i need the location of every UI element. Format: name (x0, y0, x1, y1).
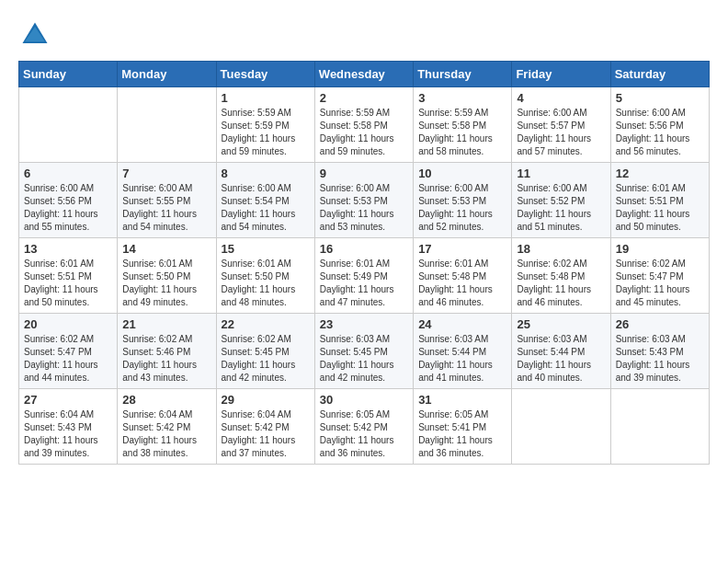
day-info: Sunrise: 6:02 AM Sunset: 5:47 PM Dayligh… (24, 333, 112, 385)
day-number: 10 (418, 167, 506, 180)
day-info: Sunrise: 5:59 AM Sunset: 5:58 PM Dayligh… (320, 107, 408, 158)
day-info: Sunrise: 6:02 AM Sunset: 5:47 PM Dayligh… (616, 258, 704, 309)
calendar-cell: 14Sunrise: 6:01 AM Sunset: 5:50 PM Dayli… (118, 238, 216, 314)
week-row-5: 27Sunrise: 6:04 AM Sunset: 5:43 PM Dayli… (19, 389, 710, 465)
calendar-cell: 7Sunrise: 6:00 AM Sunset: 5:55 PM Daylig… (118, 163, 216, 238)
calendar-cell: 11Sunrise: 6:00 AM Sunset: 5:52 PM Dayli… (512, 163, 610, 238)
day-number: 13 (24, 242, 112, 256)
header (18, 18, 710, 52)
calendar-cell: 19Sunrise: 6:02 AM Sunset: 5:47 PM Dayli… (610, 238, 709, 314)
day-info: Sunrise: 6:04 AM Sunset: 5:42 PM Dayligh… (122, 408, 210, 460)
day-number: 27 (24, 393, 112, 407)
day-info: Sunrise: 6:05 AM Sunset: 5:41 PM Dayligh… (418, 408, 506, 460)
calendar-cell: 22Sunrise: 6:02 AM Sunset: 5:45 PM Dayli… (216, 314, 314, 389)
day-info: Sunrise: 6:03 AM Sunset: 5:44 PM Dayligh… (517, 333, 605, 385)
day-number: 26 (616, 317, 704, 331)
calendar-cell: 2Sunrise: 5:59 AM Sunset: 5:58 PM Daylig… (314, 87, 413, 163)
day-info: Sunrise: 6:04 AM Sunset: 5:42 PM Dayligh… (222, 408, 310, 460)
day-number: 3 (418, 91, 506, 105)
day-info: Sunrise: 6:01 AM Sunset: 5:50 PM Dayligh… (222, 258, 310, 309)
day-info: Sunrise: 6:02 AM Sunset: 5:46 PM Dayligh… (122, 333, 210, 385)
calendar-cell: 21Sunrise: 6:02 AM Sunset: 5:46 PM Dayli… (118, 314, 216, 389)
day-info: Sunrise: 6:00 AM Sunset: 5:53 PM Dayligh… (320, 182, 408, 234)
calendar-cell: 8Sunrise: 6:00 AM Sunset: 5:54 PM Daylig… (216, 163, 314, 238)
day-info: Sunrise: 6:01 AM Sunset: 5:48 PM Dayligh… (418, 258, 506, 309)
day-info: Sunrise: 6:00 AM Sunset: 5:57 PM Dayligh… (517, 107, 605, 158)
calendar-cell: 20Sunrise: 6:02 AM Sunset: 5:47 PM Dayli… (19, 314, 118, 389)
calendar-cell (512, 389, 610, 465)
day-number: 30 (320, 393, 408, 407)
day-number: 9 (320, 167, 408, 180)
day-number: 4 (517, 91, 605, 105)
calendar-table: SundayMondayTuesdayWednesdayThursdayFrid… (18, 61, 710, 465)
day-info: Sunrise: 6:03 AM Sunset: 5:44 PM Dayligh… (418, 333, 506, 385)
day-number: 31 (418, 393, 506, 407)
logo-icon (18, 18, 51, 52)
day-info: Sunrise: 6:03 AM Sunset: 5:45 PM Dayligh… (320, 333, 408, 385)
day-info: Sunrise: 6:01 AM Sunset: 5:51 PM Dayligh… (616, 182, 704, 234)
calendar-cell: 17Sunrise: 6:01 AM Sunset: 5:48 PM Dayli… (414, 238, 512, 314)
weekday-header-thursday: Thursday (414, 62, 512, 87)
day-number: 16 (320, 242, 408, 256)
day-number: 2 (320, 91, 408, 105)
day-number: 18 (517, 242, 605, 256)
day-info: Sunrise: 6:04 AM Sunset: 5:43 PM Dayligh… (24, 408, 112, 460)
day-info: Sunrise: 6:00 AM Sunset: 5:55 PM Dayligh… (122, 182, 210, 234)
calendar-cell (610, 389, 709, 465)
day-info: Sunrise: 6:00 AM Sunset: 5:54 PM Dayligh… (222, 182, 310, 234)
day-number: 22 (222, 317, 310, 331)
calendar-cell: 24Sunrise: 6:03 AM Sunset: 5:44 PM Dayli… (414, 314, 512, 389)
day-number: 15 (222, 242, 310, 256)
calendar-cell: 28Sunrise: 6:04 AM Sunset: 5:42 PM Dayli… (118, 389, 216, 465)
calendar-cell: 18Sunrise: 6:02 AM Sunset: 5:48 PM Dayli… (512, 238, 610, 314)
day-info: Sunrise: 5:59 AM Sunset: 5:58 PM Dayligh… (418, 107, 506, 158)
calendar-cell: 12Sunrise: 6:01 AM Sunset: 5:51 PM Dayli… (610, 163, 709, 238)
week-row-4: 20Sunrise: 6:02 AM Sunset: 5:47 PM Dayli… (19, 314, 710, 389)
day-number: 11 (517, 167, 605, 180)
calendar-cell: 13Sunrise: 6:01 AM Sunset: 5:51 PM Dayli… (19, 238, 118, 314)
calendar-cell: 23Sunrise: 6:03 AM Sunset: 5:45 PM Dayli… (314, 314, 413, 389)
calendar-cell: 3Sunrise: 5:59 AM Sunset: 5:58 PM Daylig… (414, 87, 512, 163)
calendar-cell: 1Sunrise: 5:59 AM Sunset: 5:59 PM Daylig… (216, 87, 314, 163)
day-number: 7 (122, 167, 210, 180)
day-number: 23 (320, 317, 408, 331)
day-number: 6 (24, 167, 112, 180)
day-number: 28 (122, 393, 210, 407)
calendar-cell: 9Sunrise: 6:00 AM Sunset: 5:53 PM Daylig… (314, 163, 413, 238)
calendar-cell: 27Sunrise: 6:04 AM Sunset: 5:43 PM Dayli… (19, 389, 118, 465)
calendar-cell (19, 87, 118, 163)
day-info: Sunrise: 6:02 AM Sunset: 5:48 PM Dayligh… (517, 258, 605, 309)
day-number: 8 (222, 167, 310, 180)
day-info: Sunrise: 6:00 AM Sunset: 5:56 PM Dayligh… (616, 107, 704, 158)
week-row-3: 13Sunrise: 6:01 AM Sunset: 5:51 PM Dayli… (19, 238, 710, 314)
day-number: 29 (222, 393, 310, 407)
day-info: Sunrise: 6:01 AM Sunset: 5:50 PM Dayligh… (122, 258, 210, 309)
calendar-cell: 29Sunrise: 6:04 AM Sunset: 5:42 PM Dayli… (216, 389, 314, 465)
calendar-cell: 4Sunrise: 6:00 AM Sunset: 5:57 PM Daylig… (512, 87, 610, 163)
calendar-cell: 31Sunrise: 6:05 AM Sunset: 5:41 PM Dayli… (414, 389, 512, 465)
day-info: Sunrise: 6:00 AM Sunset: 5:53 PM Dayligh… (418, 182, 506, 234)
day-number: 14 (122, 242, 210, 256)
weekday-header-monday: Monday (118, 62, 216, 87)
logo (18, 18, 55, 52)
day-info: Sunrise: 6:00 AM Sunset: 5:52 PM Dayligh… (517, 182, 605, 234)
week-row-2: 6Sunrise: 6:00 AM Sunset: 5:56 PM Daylig… (19, 163, 710, 238)
day-number: 21 (122, 317, 210, 331)
calendar-cell (118, 87, 216, 163)
day-number: 17 (418, 242, 506, 256)
day-number: 19 (616, 242, 704, 256)
day-number: 1 (222, 91, 310, 105)
weekday-header-friday: Friday (512, 62, 610, 87)
calendar-cell: 26Sunrise: 6:03 AM Sunset: 5:43 PM Dayli… (610, 314, 709, 389)
day-info: Sunrise: 6:03 AM Sunset: 5:43 PM Dayligh… (616, 333, 704, 385)
calendar-cell: 5Sunrise: 6:00 AM Sunset: 5:56 PM Daylig… (610, 87, 709, 163)
calendar-cell: 6Sunrise: 6:00 AM Sunset: 5:56 PM Daylig… (19, 163, 118, 238)
week-row-1: 1Sunrise: 5:59 AM Sunset: 5:59 PM Daylig… (19, 87, 710, 163)
calendar-cell: 15Sunrise: 6:01 AM Sunset: 5:50 PM Dayli… (216, 238, 314, 314)
day-info: Sunrise: 5:59 AM Sunset: 5:59 PM Dayligh… (222, 107, 310, 158)
day-info: Sunrise: 6:02 AM Sunset: 5:45 PM Dayligh… (222, 333, 310, 385)
day-number: 5 (616, 91, 704, 105)
day-number: 24 (418, 317, 506, 331)
day-number: 12 (616, 167, 704, 180)
weekday-header-sunday: Sunday (19, 62, 118, 87)
